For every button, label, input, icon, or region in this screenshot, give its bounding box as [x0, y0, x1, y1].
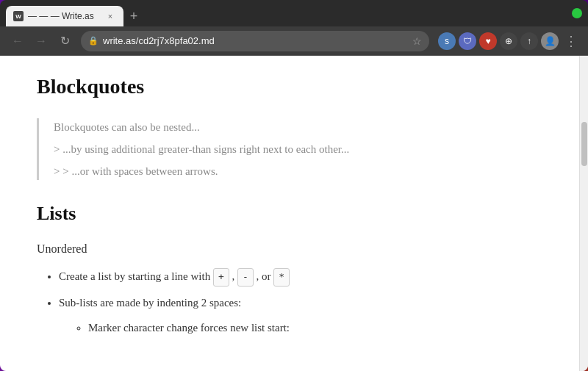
extension-icon-5[interactable]: ↑: [520, 32, 538, 50]
blockquote-line-3: > > ...or with spaces between arrows.: [54, 162, 542, 180]
badge-minus: -: [237, 268, 254, 287]
tab-title: — — — Write.as: [28, 11, 100, 21]
address-bar-container[interactable]: 🔒 ☆: [81, 31, 429, 51]
forward-button[interactable]: →: [31, 31, 51, 51]
tab-favicon: W: [13, 11, 24, 21]
page-area: Blockquotes Blockquotes can also be nest…: [0, 56, 588, 371]
list-item-1-prefix: Create a list by starting a line with: [59, 270, 213, 282]
browser-window: W — — — Write.as × + ← → ↻ 🔒 ☆ s 🛡 ♥ ⊕ ↑…: [0, 0, 588, 371]
toolbar-icons: s 🛡 ♥ ⊕ ↑ 👤 ⋮: [438, 32, 581, 50]
blockquote-section: Blockquotes can also be nested... > ...b…: [37, 118, 542, 180]
scrollbar[interactable]: [579, 56, 588, 371]
maximize-button[interactable]: [572, 8, 582, 18]
extension-icon-2[interactable]: 🛡: [459, 32, 476, 50]
sub-list: Marker character change forces new list …: [59, 319, 542, 336]
reload-button[interactable]: ↻: [54, 31, 75, 51]
list-item-1-sep2: , or: [257, 270, 271, 282]
back-button[interactable]: ←: [7, 31, 28, 51]
list-item-2: Sub-lists are made by indenting 2 spaces…: [59, 294, 542, 311]
unordered-label: Unordered: [37, 239, 542, 259]
badge-star: *: [273, 268, 290, 287]
new-tab-button[interactable]: +: [123, 6, 144, 26]
badge-plus: +: [213, 268, 229, 287]
lists-heading: Lists: [37, 198, 542, 229]
extension-icon-1[interactable]: s: [438, 32, 456, 50]
scrollbar-thumb[interactable]: [581, 122, 587, 166]
lock-icon: 🔒: [88, 36, 98, 46]
title-bar: W — — — Write.as × +: [0, 0, 588, 26]
list-item-1: Create a list by starting a line with + …: [59, 267, 542, 287]
window-controls: [572, 8, 582, 18]
unordered-list: Create a list by starting a line with + …: [37, 267, 542, 336]
bookmark-icon[interactable]: ☆: [412, 35, 422, 47]
sub-list-item-1: Marker character change forces new list …: [88, 319, 542, 336]
toolbar: ← → ↻ 🔒 ☆ s 🛡 ♥ ⊕ ↑ 👤 ⋮: [0, 26, 588, 56]
active-tab[interactable]: W — — — Write.as ×: [6, 6, 123, 26]
blockquote-line-1: Blockquotes can also be nested...: [54, 118, 542, 136]
page-content: Blockquotes Blockquotes can also be nest…: [0, 56, 579, 371]
blockquote-line-2: > ...by using additional greater-than si…: [54, 140, 542, 158]
extension-icon-3[interactable]: ♥: [479, 32, 497, 50]
user-avatar[interactable]: 👤: [541, 32, 559, 50]
tab-close-button[interactable]: ×: [104, 10, 116, 22]
browser-menu-button[interactable]: ⋮: [562, 33, 581, 49]
list-item-1-sep1: ,: [232, 270, 235, 282]
address-input[interactable]: [103, 35, 408, 46]
tab-strip: W — — — Write.as × +: [6, 0, 566, 26]
blockquotes-heading: Blockquotes: [37, 71, 542, 104]
extension-icon-4[interactable]: ⊕: [500, 32, 517, 50]
